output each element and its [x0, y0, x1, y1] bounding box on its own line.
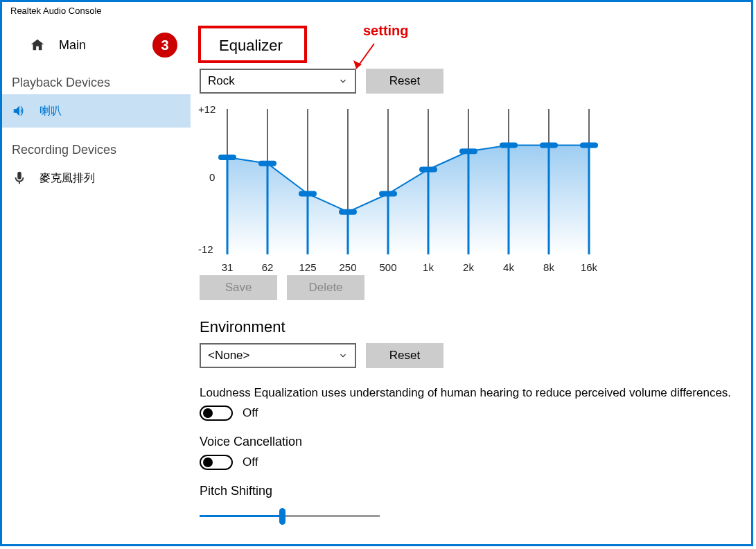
- annotation-badge: 3: [152, 33, 177, 58]
- svg-marker-1: [353, 60, 362, 69]
- voice-cancellation-toggle[interactable]: [200, 455, 233, 470]
- speaker-icon: [12, 103, 27, 119]
- select-value: <None>: [208, 349, 250, 363]
- sidebar-item-mic[interactable]: 麥克風排列: [2, 162, 191, 195]
- eq-band-label: 16k: [568, 261, 610, 273]
- equalizer-graph: +12 0 -12 31621252505001k2k4k8k16k: [200, 103, 629, 277]
- loudness-description: Loudness Equalization uses understanding…: [200, 386, 747, 400]
- svg-marker-2: [227, 146, 589, 255]
- voice-cancellation-heading: Voice Cancellation: [200, 435, 747, 449]
- eq-band-slider[interactable]: [379, 191, 397, 197]
- window-title: Realtek Audio Console: [10, 6, 102, 16]
- eq-band-label: 125: [287, 261, 328, 273]
- eq-band-slider[interactable]: [580, 143, 598, 148]
- eq-band-label: 31: [206, 261, 248, 273]
- toggle-state-label: Off: [243, 455, 258, 469]
- toggle-state-label: Off: [243, 406, 258, 420]
- equalizer-preset-select[interactable]: Rock: [200, 69, 356, 94]
- pitch-shifting-heading: Pitch Shifting: [200, 484, 747, 498]
- chevron-down-icon: [338, 351, 348, 360]
- eq-band-label: 250: [327, 261, 369, 273]
- eq-band-slider[interactable]: [258, 161, 276, 166]
- chevron-down-icon: [338, 76, 348, 86]
- sidebar-item-speakers[interactable]: 喇叭: [2, 94, 191, 128]
- environment-reset-button[interactable]: Reset: [366, 343, 443, 368]
- loudness-toggle[interactable]: [200, 406, 233, 421]
- environment-select[interactable]: <None>: [200, 343, 356, 368]
- eq-band-slider[interactable]: [218, 155, 236, 160]
- pitch-shift-slider[interactable]: [200, 509, 380, 525]
- svg-line-0: [356, 44, 374, 69]
- eq-band-slider[interactable]: [339, 209, 357, 215]
- sidebar-item-label: Main: [59, 38, 86, 53]
- environment-heading: Environment: [200, 318, 747, 336]
- eq-band-label: 500: [367, 261, 409, 273]
- eq-band-slider[interactable]: [299, 191, 317, 197]
- home-icon: [30, 37, 45, 53]
- equalizer-save-button[interactable]: Save: [200, 275, 277, 300]
- select-value: Rock: [208, 74, 235, 88]
- eq-band-slider[interactable]: [419, 167, 437, 173]
- eq-band-label: 62: [247, 261, 288, 273]
- eq-band-slider[interactable]: [500, 143, 518, 148]
- mic-icon: [12, 171, 27, 186]
- eq-band-label: 8k: [528, 261, 570, 273]
- annotation-label: setting: [363, 23, 409, 39]
- equalizer-delete-button[interactable]: Delete: [287, 275, 364, 300]
- sidebar-playback-header: Playback Devices: [2, 60, 191, 94]
- sidebar-recording-header: Recording Devices: [2, 128, 191, 162]
- eq-band-slider[interactable]: [459, 148, 477, 154]
- equalizer-heading: Equalizer: [200, 27, 302, 64]
- equalizer-reset-button[interactable]: Reset: [366, 69, 443, 94]
- eq-band-label: 4k: [488, 261, 529, 273]
- sidebar-item-label: 喇叭: [39, 104, 62, 119]
- sidebar-item-label: 麥克風排列: [39, 171, 95, 186]
- eq-band-label: 1k: [407, 261, 449, 273]
- eq-band-slider[interactable]: [540, 143, 558, 148]
- eq-band-label: 2k: [448, 261, 489, 273]
